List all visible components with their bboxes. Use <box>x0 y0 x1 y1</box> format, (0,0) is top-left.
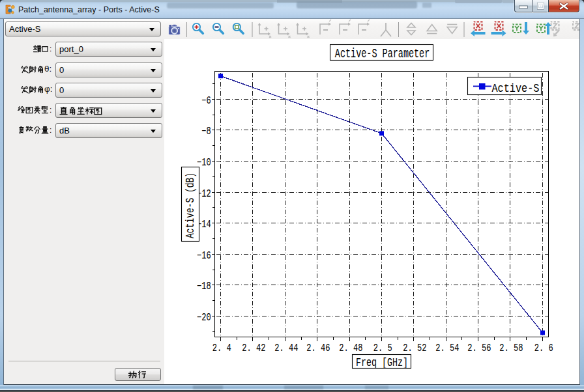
svg-text:2. 52: 2. 52 <box>403 342 426 354</box>
svg-text:2. 5: 2. 5 <box>373 342 392 354</box>
svg-text:2. 54: 2. 54 <box>435 342 459 354</box>
svg-text:Active-S Parameter: Active-S Parameter <box>335 46 430 61</box>
svg-text:2. 42: 2. 42 <box>242 342 265 354</box>
svg-text:−6: −6 <box>201 95 211 107</box>
svg-text:2. 56: 2. 56 <box>467 342 491 354</box>
svg-text:−18: −18 <box>197 281 211 292</box>
svg-text:2. 46: 2. 46 <box>306 342 330 354</box>
svg-text:2. 44: 2. 44 <box>274 342 298 354</box>
svg-text:Active-S: Active-S <box>492 82 540 95</box>
svg-text:−20: −20 <box>197 312 211 324</box>
svg-text:Freq [GHz]: Freq [GHz] <box>356 356 408 369</box>
svg-text:2. 4: 2. 4 <box>212 342 231 354</box>
svg-text:2. 6: 2. 6 <box>534 342 553 354</box>
svg-text:−16: −16 <box>197 250 211 262</box>
svg-text:2. 48: 2. 48 <box>339 342 362 354</box>
svg-text:2. 58: 2. 58 <box>499 342 523 354</box>
svg-text:−8: −8 <box>201 126 211 137</box>
svg-text:Active-S (dB): Active-S (dB) <box>184 173 197 238</box>
